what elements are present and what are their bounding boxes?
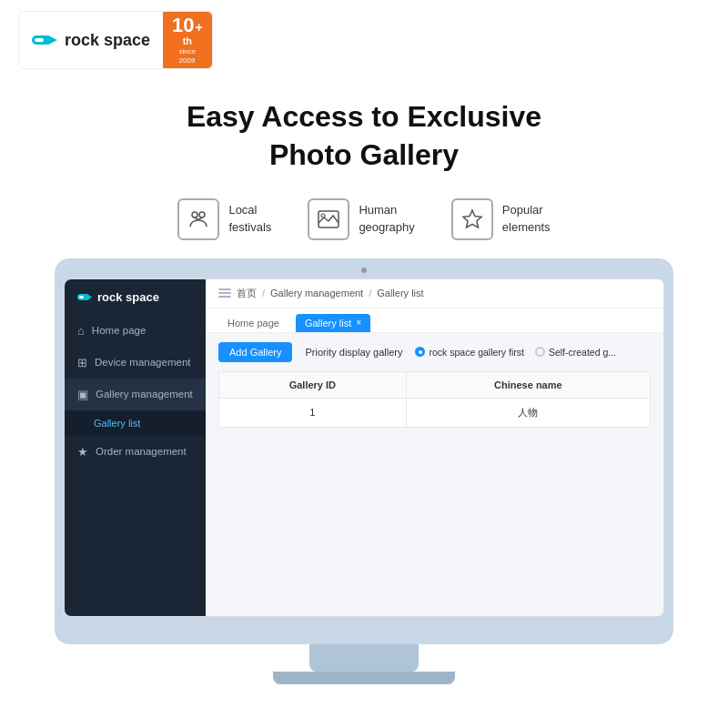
breadcrumb-sep1: / [262, 288, 265, 298]
sidebar-gallery-list-label: Gallery list [94, 418, 140, 429]
radio-group-label: Priority display gallery [305, 347, 402, 358]
cell-chinese-name: 人物 [406, 398, 650, 427]
radio-self-created[interactable]: Self-created g... [535, 347, 616, 358]
radio-rockspace-first[interactable]: rock space gallery first [415, 347, 523, 358]
logo-brand-text: rock space [65, 31, 150, 50]
tab-gallery-list-label: Gallery list [305, 318, 351, 329]
radio-group: rock space gallery first Self-created g.… [415, 347, 616, 358]
feature-item-festivals: Local festivals [177, 198, 271, 240]
radio-empty-icon [535, 347, 545, 357]
geography-icon-box [308, 198, 349, 240]
feature-item-elements: Popular elements [451, 198, 551, 240]
col-header-gallery-id: Gallery ID [219, 371, 407, 398]
svg-rect-1 [35, 38, 44, 42]
sidebar-logo: rock space [65, 279, 206, 315]
svg-point-5 [321, 214, 325, 217]
table-header-row: Gallery ID Chinese name [219, 371, 651, 398]
monitor-base [273, 672, 455, 684]
sidebar: rock space ⌂ Home page ⊞ Device manageme… [65, 279, 206, 616]
svg-point-3 [199, 212, 205, 217]
monitor-camera-dot [361, 268, 367, 273]
breadcrumb-sep2: / [369, 288, 371, 298]
sidebar-item-home[interactable]: ⌂ Home page [65, 315, 206, 347]
sidebar-item-gallery-label: Gallery management [96, 389, 193, 399]
rockspace-logo-icon [32, 30, 57, 50]
svg-point-2 [192, 212, 197, 217]
monitor-stand [309, 644, 419, 672]
sidebar-logo-icon [77, 291, 92, 303]
tab-close-icon[interactable]: × [356, 318, 361, 328]
logo-since: since 2009 [179, 47, 197, 65]
menu-toggle-icon[interactable] [218, 288, 231, 298]
sidebar-item-order[interactable]: ★ Order management [65, 436, 206, 468]
sidebar-item-device[interactable]: ⊞ Device management [65, 347, 206, 379]
tabs-bar: Home page Gallery list × [206, 308, 663, 333]
app-layout: rock space ⌂ Home page ⊞ Device manageme… [65, 279, 663, 616]
breadcrumb-gallery-list: Gallery list [377, 288, 423, 298]
feature-item-geography: Human geography [308, 198, 414, 240]
svg-rect-8 [79, 296, 84, 298]
geography-icon [316, 207, 341, 232]
festivals-label: Local festivals [228, 202, 271, 235]
gallery-icon: ▣ [77, 388, 88, 401]
logo-white: rock space [19, 25, 163, 56]
sidebar-item-order-label: Order management [96, 446, 187, 457]
radio-filled-icon [415, 347, 425, 357]
sidebar-item-device-label: Device management [95, 357, 190, 368]
page-headline: Easy Access to Exclusive Photo Gallery [36, 98, 692, 174]
topbar: 首页 / Gallery management / Gallery list [206, 279, 663, 308]
sidebar-item-gallery[interactable]: ▣ Gallery management [65, 379, 206, 410]
feature-row: Local festivals Human geography Popular [0, 189, 728, 258]
cell-gallery-id: 1 [219, 398, 407, 427]
sidebar-item-home-label: Home page [92, 325, 146, 336]
monitor-body: rock space ⌂ Home page ⊞ Device manageme… [55, 258, 673, 644]
festivals-icon [186, 207, 211, 232]
svg-marker-6 [463, 210, 481, 228]
elements-icon-box [451, 198, 493, 240]
table-row: 1 人物 [219, 398, 651, 427]
sidebar-logo-text: rock space [97, 290, 159, 304]
order-icon: ★ [77, 445, 88, 459]
radio-option1-label: rock space gallery first [429, 347, 523, 358]
content-area: Add Gallery Priority display gallery roc… [206, 333, 663, 437]
main-content: 首页 / Gallery management / Gallery list H… [206, 279, 663, 616]
breadcrumb-home[interactable]: 首页 [237, 287, 257, 300]
radio-option2-label: Self-created g... [549, 347, 616, 358]
device-icon: ⊞ [77, 356, 87, 369]
logo-container: rock space 10+ th since 2009 [18, 11, 213, 69]
monitor-wrapper: rock space ⌂ Home page ⊞ Device manageme… [0, 258, 728, 684]
breadcrumb-gallery-mgmt[interactable]: Gallery management [270, 288, 363, 298]
logo-ten: 10+ [172, 15, 203, 35]
action-row: Add Gallery Priority display gallery roc… [218, 342, 651, 362]
data-table: Gallery ID Chinese name 1 人物 [218, 371, 651, 428]
top-header: rock space 10+ th since 2009 [0, 0, 728, 80]
sidebar-item-gallery-list[interactable]: Gallery list [65, 410, 206, 436]
tab-home[interactable]: Home page [218, 314, 288, 332]
tab-gallery-list[interactable]: Gallery list × [296, 314, 370, 332]
elements-icon [460, 207, 485, 232]
col-header-chinese-name: Chinese name [406, 371, 650, 398]
logo-orange-badge: 10+ th since 2009 [163, 12, 212, 68]
add-gallery-button[interactable]: Add Gallery [218, 342, 292, 362]
monitor-screen: rock space ⌂ Home page ⊞ Device manageme… [64, 278, 664, 617]
sidebar-submenu: Gallery list [65, 410, 206, 436]
festivals-icon-box [177, 198, 219, 240]
home-icon: ⌂ [77, 324, 85, 338]
geography-label: Human geography [359, 202, 414, 235]
main-title-section: Easy Access to Exclusive Photo Gallery [0, 80, 728, 188]
elements-label: Popular elements [502, 202, 551, 235]
